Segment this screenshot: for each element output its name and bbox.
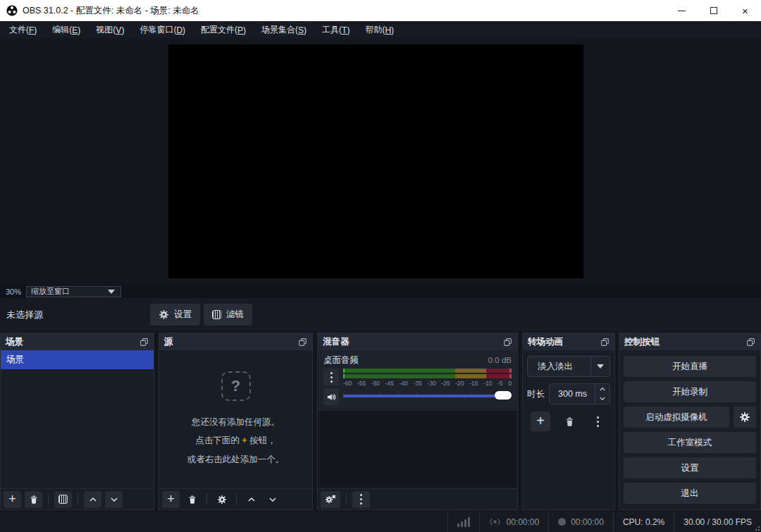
settings-button[interactable]: 设置 (624, 457, 756, 478)
close-button[interactable]: × (729, 0, 761, 21)
sources-hint-line3: 或者右击此处添加一个。 (187, 453, 285, 466)
record-status-icon (558, 518, 566, 526)
sources-hint-line1: 您还没有添加任何源。 (192, 416, 280, 429)
gear-icon (739, 412, 750, 423)
popout-icon[interactable] (503, 338, 512, 347)
maximize-button[interactable] (698, 0, 729, 21)
mixer-mute-button[interactable] (323, 388, 339, 405)
menu-profile[interactable]: 配置文件(P) (193, 21, 254, 39)
scenes-dock-header[interactable]: 场景 (1, 333, 154, 350)
minimize-button[interactable] (666, 0, 698, 21)
signal-bars-icon (457, 517, 470, 527)
mixer-channel-menu-button[interactable] (323, 369, 339, 385)
start-virtual-camera-button[interactable]: 启动虚拟摄像机 (624, 407, 729, 428)
advanced-audio-properties-button[interactable] (321, 491, 340, 508)
move-scene-down-button[interactable] (105, 491, 123, 508)
studio-mode-button[interactable]: 工作室模式 (624, 432, 756, 453)
transition-properties-button[interactable] (589, 413, 607, 430)
add-scene-button[interactable]: + (4, 491, 21, 508)
kebab-icon (330, 372, 333, 383)
exit-button[interactable]: 退出 (624, 483, 756, 504)
popout-icon[interactable] (140, 338, 149, 347)
add-transition-button[interactable]: + (531, 412, 550, 431)
duration-label: 时长 (527, 388, 545, 400)
controls-dock-header[interactable]: 控制按钮 (619, 333, 760, 350)
source-properties-button[interactable]: 设置 (150, 304, 200, 326)
audio-mixer-dock: 混音器 桌面音频 0.0 dB (317, 333, 518, 510)
start-streaming-button[interactable]: 开始直播 (624, 356, 756, 377)
scene-filters-button[interactable] (54, 491, 72, 508)
sources-empty-state[interactable]: ? 您还没有添加任何源。 点击下面的 + 按钮， 或者右击此处添加一个。 (159, 350, 312, 488)
mixer-dock-title: 混音器 (323, 336, 349, 348)
plus-icon: + (167, 493, 175, 505)
scene-transitions-dock: 转场动画 淡入淡出 时长 300 ms + (522, 333, 615, 510)
menu-tools[interactable]: 工具(T) (314, 21, 357, 39)
transition-duration-input[interactable]: 300 ms (549, 383, 610, 404)
toolbar-separator (48, 493, 49, 505)
scenes-toolbar: + (1, 488, 154, 509)
scenes-dock: 场景 场景 + (0, 333, 154, 510)
close-icon: × (742, 6, 748, 16)
preview-zoom-row: 30% 缩放至窗口 (0, 285, 761, 298)
menu-scene-collection[interactable]: 场景集合(S) (254, 21, 314, 39)
menu-view[interactable]: 视图(V) (88, 21, 132, 39)
sources-dock-title: 源 (164, 336, 173, 348)
menu-file[interactable]: 文件(F) (1, 21, 44, 39)
menu-docks[interactable]: 停靠窗口(D) (132, 21, 193, 39)
scene-list-item-selected[interactable]: 场景 (1, 350, 154, 369)
popout-icon[interactable] (746, 338, 755, 347)
mixer-toolbar (318, 488, 517, 509)
scenes-dock-title: 场景 (6, 336, 23, 348)
move-scene-up-button[interactable] (84, 491, 101, 508)
mixer-content: 桌面音频 0.0 dB -60-55-50-45-40-35-30- (318, 350, 517, 488)
volume-slider-handle[interactable] (495, 391, 512, 400)
toolbar-separator (346, 493, 347, 505)
chevron-down-icon (109, 495, 119, 505)
transitions-dock-header[interactable]: 转场动画 (523, 333, 614, 350)
double-gear-icon (325, 494, 337, 505)
trash-icon (29, 495, 39, 505)
volume-slider[interactable] (343, 391, 512, 400)
virtual-camera-settings-button[interactable] (734, 407, 756, 428)
stream-timer: 00:00:00 (480, 512, 548, 532)
chevron-down-icon (108, 290, 115, 294)
zoom-mode-select[interactable]: 缩放至窗口 (26, 286, 121, 297)
chevron-down-icon (268, 495, 278, 505)
mixer-dock-header[interactable]: 混音器 (318, 333, 517, 350)
filter-icon (212, 310, 221, 319)
add-source-button[interactable]: + (162, 491, 180, 508)
remove-transition-button[interactable] (561, 413, 579, 430)
speaker-icon (326, 392, 337, 402)
remove-source-button[interactable] (183, 491, 201, 508)
start-recording-button[interactable]: 开始录制 (624, 381, 756, 402)
mixer-channel-level: 0.0 dB (488, 356, 512, 364)
mixer-menu-button[interactable] (352, 491, 370, 508)
spinner-up-button[interactable] (595, 384, 610, 394)
sources-dock-header[interactable]: 源 (159, 333, 312, 350)
spinner-down-button[interactable] (595, 394, 610, 404)
gear-icon (159, 309, 169, 320)
move-source-up-button[interactable] (242, 491, 260, 508)
resize-grip[interactable] (753, 524, 760, 531)
source-properties-button[interactable] (213, 491, 230, 508)
menu-help[interactable]: 帮助(H) (357, 21, 402, 39)
move-source-down-button[interactable] (264, 491, 281, 508)
chevron-down-icon (597, 364, 604, 369)
stream-status-icon (489, 517, 501, 526)
obs-logo-icon (6, 5, 18, 16)
popout-icon[interactable] (600, 338, 610, 347)
record-timer: 00:00:00 (549, 512, 613, 532)
source-filters-button[interactable]: 滤镜 (204, 304, 252, 326)
chevron-up-icon (247, 495, 256, 505)
sources-toolbar: + (159, 488, 312, 509)
trash-icon (187, 495, 197, 505)
menu-edit[interactable]: 编辑(E) (44, 21, 88, 39)
status-bar: 00:00:00 00:00:00 CPU: 0.2% 30.00 / 30.0… (0, 512, 761, 532)
preview-canvas[interactable] (168, 44, 583, 278)
trash-icon (564, 416, 575, 427)
popout-icon[interactable] (298, 338, 307, 347)
volume-meter (343, 369, 512, 378)
remove-scene-button[interactable] (25, 491, 42, 508)
plus-icon: + (8, 493, 16, 505)
transition-select[interactable]: 淡入淡出 (527, 356, 610, 377)
